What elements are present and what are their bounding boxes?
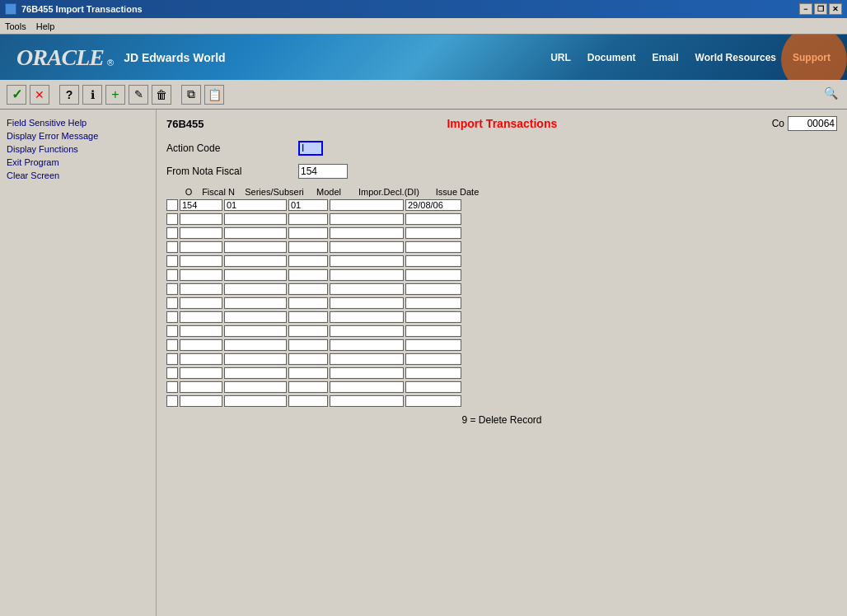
grid-cell-input[interactable] xyxy=(288,213,328,225)
grid-cell-input[interactable] xyxy=(288,241,328,253)
grid-cell-input[interactable] xyxy=(224,255,287,267)
grid-cell-input[interactable] xyxy=(224,325,287,337)
grid-cell-input[interactable] xyxy=(224,269,287,281)
grid-cell-input[interactable] xyxy=(288,283,328,295)
grid-cell-input[interactable] xyxy=(330,269,404,281)
grid-cell-input[interactable] xyxy=(405,297,461,309)
row-checkbox[interactable] xyxy=(166,353,178,365)
grid-cell-input[interactable] xyxy=(288,297,328,309)
tools-menu[interactable]: Tools xyxy=(5,21,26,31)
grid-cell-input[interactable] xyxy=(180,297,222,309)
grid-cell-input[interactable] xyxy=(330,283,404,295)
help-button[interactable]: ? xyxy=(59,85,79,105)
search-icon[interactable]: 🔍 xyxy=(824,86,840,103)
grid-cell-input[interactable] xyxy=(180,255,222,267)
grid-cell-input[interactable] xyxy=(180,381,222,393)
grid-cell-input[interactable] xyxy=(224,311,287,323)
row-checkbox[interactable] xyxy=(166,381,178,393)
grid-cell-input[interactable] xyxy=(224,297,287,309)
grid-cell-input[interactable] xyxy=(405,199,461,211)
edit-button[interactable]: ✎ xyxy=(129,85,148,105)
grid-cell-input[interactable] xyxy=(224,227,287,239)
row-checkbox[interactable] xyxy=(166,255,178,267)
grid-cell-input[interactable] xyxy=(180,199,222,211)
grid-cell-input[interactable] xyxy=(405,381,461,393)
sidebar-item-field-sensitive-help[interactable]: Field Sensitive Help xyxy=(3,116,152,129)
grid-cell-input[interactable] xyxy=(224,367,287,379)
grid-cell-input[interactable] xyxy=(180,367,222,379)
grid-cell-input[interactable] xyxy=(288,199,328,211)
grid-cell-input[interactable] xyxy=(288,367,328,379)
grid-cell-input[interactable] xyxy=(405,339,461,351)
info-button[interactable]: ℹ xyxy=(82,85,102,105)
banner-url[interactable]: URL xyxy=(550,52,571,63)
row-checkbox[interactable] xyxy=(166,297,178,309)
sidebar-item-display-error-message[interactable]: Display Error Message xyxy=(3,129,152,142)
grid-cell-input[interactable] xyxy=(224,339,287,351)
grid-cell-input[interactable] xyxy=(180,339,222,351)
row-checkbox[interactable] xyxy=(166,283,178,295)
grid-cell-input[interactable] xyxy=(330,367,404,379)
help-menu[interactable]: Help xyxy=(36,21,55,31)
restore-button[interactable]: ❐ xyxy=(814,3,827,15)
grid-cell-input[interactable] xyxy=(330,199,404,211)
row-checkbox[interactable] xyxy=(166,339,178,351)
co-input[interactable] xyxy=(788,116,837,131)
minimize-button[interactable]: − xyxy=(799,3,812,15)
sidebar-item-clear-screen[interactable]: Clear Screen xyxy=(3,169,152,182)
grid-cell-input[interactable] xyxy=(330,297,404,309)
grid-cell-input[interactable] xyxy=(180,325,222,337)
grid-cell-input[interactable] xyxy=(224,241,287,253)
grid-cell-input[interactable] xyxy=(405,325,461,337)
row-checkbox[interactable] xyxy=(166,311,178,323)
grid-cell-input[interactable] xyxy=(405,283,461,295)
grid-cell-input[interactable] xyxy=(405,241,461,253)
from-nota-fiscal-input[interactable] xyxy=(298,164,348,179)
ok-button[interactable]: ✓ xyxy=(7,85,26,105)
sidebar-item-display-functions[interactable]: Display Functions xyxy=(3,142,152,156)
cancel-button[interactable]: ✕ xyxy=(30,85,49,105)
grid-cell-input[interactable] xyxy=(288,325,328,337)
row-checkbox[interactable] xyxy=(166,213,178,225)
grid-cell-input[interactable] xyxy=(330,325,404,337)
grid-cell-input[interactable] xyxy=(288,395,328,407)
grid-cell-input[interactable] xyxy=(330,339,404,351)
row-checkbox[interactable] xyxy=(166,395,178,407)
grid-cell-input[interactable] xyxy=(330,241,404,253)
grid-cell-input[interactable] xyxy=(224,199,287,211)
grid-cell-input[interactable] xyxy=(288,227,328,239)
grid-cell-input[interactable] xyxy=(330,255,404,267)
grid-cell-input[interactable] xyxy=(288,339,328,351)
grid-cell-input[interactable] xyxy=(180,283,222,295)
grid-cell-input[interactable] xyxy=(288,311,328,323)
grid-cell-input[interactable] xyxy=(180,227,222,239)
paste-button[interactable]: 📋 xyxy=(204,85,224,105)
grid-cell-input[interactable] xyxy=(330,381,404,393)
close-button[interactable]: ✕ xyxy=(829,3,842,15)
grid-cell-input[interactable] xyxy=(180,395,222,407)
row-checkbox[interactable] xyxy=(166,325,178,337)
delete-button[interactable]: 🗑 xyxy=(152,85,171,105)
grid-cell-input[interactable] xyxy=(405,213,461,225)
grid-cell-input[interactable] xyxy=(180,269,222,281)
grid-cell-input[interactable] xyxy=(180,241,222,253)
grid-cell-input[interactable] xyxy=(405,367,461,379)
grid-cell-input[interactable] xyxy=(224,381,287,393)
grid-cell-input[interactable] xyxy=(180,213,222,225)
copy-button[interactable]: ⧉ xyxy=(181,85,201,105)
banner-document[interactable]: Document xyxy=(587,52,636,63)
grid-cell-input[interactable] xyxy=(288,269,328,281)
grid-cell-input[interactable] xyxy=(288,353,328,365)
grid-cell-input[interactable] xyxy=(224,395,287,407)
sidebar-item-exit-program[interactable]: Exit Program xyxy=(3,156,152,169)
row-checkbox[interactable] xyxy=(166,269,178,281)
grid-cell-input[interactable] xyxy=(405,227,461,239)
grid-cell-input[interactable] xyxy=(405,255,461,267)
row-checkbox[interactable] xyxy=(166,199,178,211)
grid-cell-input[interactable] xyxy=(330,227,404,239)
grid-cell-input[interactable] xyxy=(405,353,461,365)
grid-cell-input[interactable] xyxy=(405,395,461,407)
grid-cell-input[interactable] xyxy=(288,255,328,267)
grid-cell-input[interactable] xyxy=(224,283,287,295)
grid-cell-input[interactable] xyxy=(224,213,287,225)
